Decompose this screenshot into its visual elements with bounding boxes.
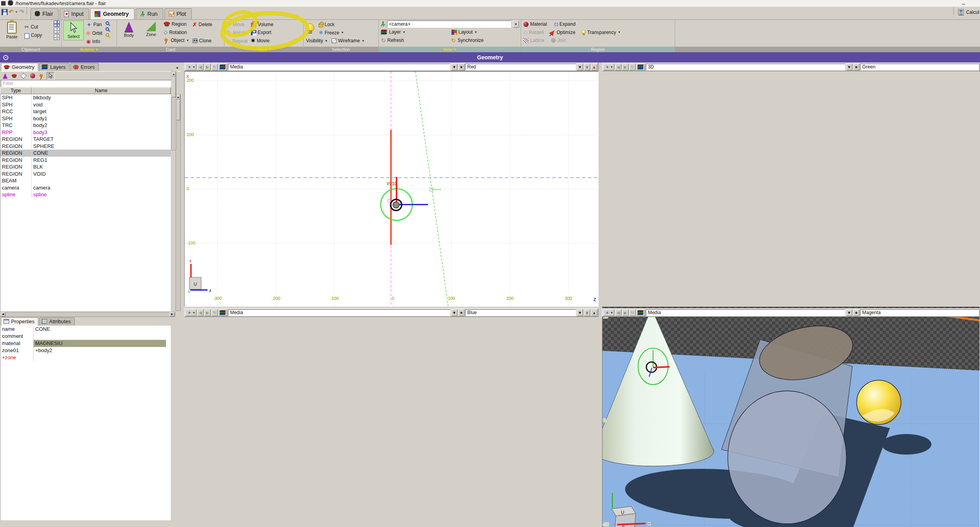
paste-button[interactable]: Paste [2,21,22,40]
undo-dropdown-icon[interactable]: ▼ [15,10,18,14]
copy-button[interactable]: Copy [24,32,43,39]
optimize-button[interactable]: Optimize [549,29,576,36]
green-layer-select[interactable]: 3D [646,64,845,70]
magenta-layer-select[interactable]: Media [646,309,845,316]
synchronize-button[interactable]: ↻Synchronize [451,36,519,44]
green-name-select[interactable]: Green [860,64,979,70]
tab-flair[interactable]: Flair [30,8,59,19]
card-grid-icon[interactable] [54,21,60,27]
sidebar-tab-errors[interactable]: Errors [70,63,98,71]
sidebar-collapse-icon[interactable]: ◄ [175,66,179,70]
layer-stack-button[interactable] [219,64,227,70]
blue-name-dropdown[interactable]: ▼ [577,309,583,316]
info-button[interactable]: ◉Info [85,38,103,45]
nav-pan-button[interactable]: +▼ [185,309,196,316]
blue-layer-dropdown[interactable]: ▼ [451,309,457,316]
card-grid2-icon[interactable] [54,27,60,33]
select-button[interactable]: Select [63,21,84,40]
table-row[interactable]: RPP body3 [0,129,171,136]
scroll-thumb[interactable] [176,100,180,120]
scroll-up-icon[interactable]: ▲ [176,95,180,100]
column-name[interactable]: Name [32,87,171,94]
redo-icon[interactable]: ↷ [19,8,25,15]
green-layer-dropdown[interactable]: ▼ [846,64,852,70]
column-type[interactable]: Type [0,87,32,94]
tools-group-label[interactable]: Tools [257,47,267,52]
calculator-icon[interactable] [958,9,964,15]
transparency-button[interactable]: Transparency▼ [581,29,621,36]
freeze-button[interactable]: ❄Freeze▼ [318,29,345,36]
red-orientation-cube[interactable]: U x z u [188,258,211,294]
layer-button[interactable]: Layer▼ [380,28,449,36]
card-grid3-icon[interactable] [54,34,60,40]
tree-hscrollbar[interactable]: ◀ ▶ [0,312,175,317]
layout-button[interactable]: Layout▼ [451,28,519,36]
blue-layer-select[interactable]: Media [228,309,450,316]
add-body-icon[interactable] [1,72,9,80]
add-object-icon[interactable] [38,72,45,80]
property-row[interactable]: zone01 +body2 [0,347,171,354]
nav-back-button[interactable]: ◀ [615,64,621,70]
delete-button[interactable]: ✗Delete [192,21,213,28]
red-close-button[interactable]: x [584,64,590,70]
table-row[interactable]: SPH void [0,101,171,108]
property-row[interactable]: material MAGNESIU [0,340,171,347]
property-row[interactable]: name CONE [0,326,171,333]
layer-stack-button[interactable] [636,309,645,316]
tab-input[interactable]: Input [60,8,89,19]
red-bookmark-button[interactable]: ★ [458,64,465,70]
table-row[interactable]: TRC body2 [0,122,171,129]
nav-reload-button[interactable]: ↻ [629,309,636,316]
zoom-in-icon[interactable] [106,21,109,25]
undo-icon[interactable]: ↶ [9,8,14,15]
scroll-up-icon[interactable]: ▲ [172,72,176,77]
tab-plot[interactable]: Plot [164,8,192,19]
add-material-icon[interactable] [28,72,36,80]
property-value[interactable]: MAGNESIU [34,340,166,347]
green-3d-viewport[interactable]: -10010 100-10 U F x [602,307,980,527]
tab-geometry[interactable]: Geometry [90,8,134,19]
refresh-button[interactable]: ↻Refresh [380,36,449,44]
zoom-find-icon[interactable] [106,33,109,37]
table-row[interactable]: REGION VOID [0,171,171,178]
calculator-label[interactable]: Calcul [966,9,979,15]
table-row[interactable]: REGION CONE [0,150,171,157]
blue-maximize-button[interactable]: ▲ [591,309,597,316]
nav-reload-button[interactable]: ↻ [629,64,636,70]
red-layer-dropdown[interactable]: ▼ [451,64,457,70]
rotation-button[interactable]: ◇Rotation [163,28,190,36]
scroll-left-icon[interactable]: ◀ [0,312,6,317]
tree-select-icon[interactable] [47,72,55,80]
wireframe-button[interactable]: Wireframe▼ [331,37,365,44]
nav-pan-button[interactable]: +▼ [185,64,196,70]
nav-forward-button[interactable]: ▶ [622,309,629,316]
orbit-button[interactable]: ⊕Orbit [85,29,103,37]
add-zone-icon[interactable] [19,72,27,80]
window-menu-icon[interactable] [1,1,6,6]
nav-forward-button[interactable]: ▶ [622,64,629,70]
lock-button[interactable]: Lock [318,21,345,28]
export-button[interactable]: Export [250,29,274,36]
expand-button[interactable]: (::)Expand [553,21,576,28]
sidebar-tab-geometry[interactable]: Geometry [1,63,38,71]
layer-stack-button[interactable] [636,64,645,70]
camera-select[interactable]: <camera> [387,21,511,28]
properties-scrollbar[interactable]: ▲ [171,71,176,150]
save-icon[interactable] [2,9,8,15]
viewport-splitter-vertical[interactable] [599,63,602,527]
magenta-layer-dropdown[interactable]: ▼ [846,309,852,316]
nav-back-button[interactable]: ◀ [197,309,204,316]
table-row[interactable]: RCC target [0,108,171,115]
table-row[interactable]: BEAM [0,177,171,184]
spline-handle[interactable] [430,188,433,191]
sidebar-splitter[interactable] [181,63,184,527]
pan-button[interactable]: +Pan [85,21,103,28]
nav-pan-button[interactable]: +▼ [603,309,614,316]
magenta-name-select[interactable]: Magenta [860,309,979,316]
property-value[interactable]: +body2 [34,347,166,354]
property-row[interactable]: comment [0,333,171,340]
table-row[interactable]: REGION SPHERE [0,143,171,150]
volume-button[interactable]: Volume [250,21,274,28]
visibility-bulb-icon[interactable] [305,23,314,34]
table-row[interactable]: camera camera [0,184,171,191]
